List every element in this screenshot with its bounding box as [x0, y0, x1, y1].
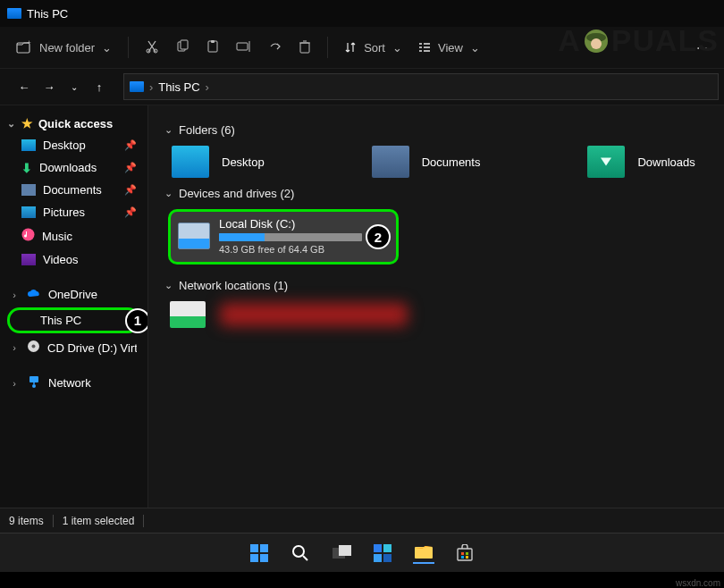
recent-chevron-icon[interactable]: ⌄ [64, 82, 84, 92]
svg-rect-25 [374, 544, 382, 552]
svg-rect-33 [461, 556, 464, 559]
disc-icon [27, 340, 40, 356]
status-selected-count: 1 item selected [63, 515, 135, 527]
sidebar-item-label: CD Drive (D:) Virtual [47, 341, 137, 355]
svg-rect-26 [383, 544, 391, 552]
svg-rect-18 [250, 544, 258, 552]
folder-label: Downloads [637, 155, 695, 169]
pin-icon: 📌 [124, 139, 137, 151]
sidebar-item-network[interactable]: › Network [4, 371, 144, 395]
pin-icon: 📌 [124, 206, 137, 218]
sidebar-item-this-pc[interactable]: This PC 1 [7, 307, 140, 333]
breadcrumb-root[interactable]: This PC [158, 80, 199, 94]
section-folders[interactable]: ⌄ Folders (6) [163, 123, 710, 137]
status-separator [53, 515, 54, 527]
chevron-right-icon: › [9, 342, 20, 353]
sidebar-item-label: OneDrive [48, 288, 97, 301]
svg-rect-19 [260, 544, 268, 552]
sidebar-item-label: Documents [43, 183, 102, 197]
start-button[interactable] [248, 542, 270, 564]
address-bar[interactable]: › This PC › [123, 73, 719, 100]
microsoft-store-icon[interactable] [454, 542, 476, 564]
back-button[interactable]: ← [14, 80, 34, 94]
cloud-icon [27, 288, 41, 301]
taskbar[interactable] [0, 533, 724, 572]
paste-icon[interactable] [206, 39, 220, 56]
folder-desktop[interactable]: Desktop [172, 146, 265, 178]
downloads-folder-icon [587, 146, 625, 178]
file-explorer-icon[interactable] [413, 542, 434, 564]
section-label: Devices and drives (2) [179, 187, 294, 200]
annotation-badge-1: 1 [125, 308, 148, 333]
this-pc-icon [19, 315, 33, 326]
sidebar-item-label: Pictures [43, 206, 85, 219]
chevron-down-icon: ⌄ [470, 41, 480, 55]
svg-rect-28 [383, 554, 391, 562]
new-folder-button[interactable]: + New folder ⌄ [16, 40, 112, 55]
sidebar-item-pictures[interactable]: Pictures 📌 [4, 201, 144, 223]
sidebar-item-downloads[interactable]: ⬇ Downloads 📌 [4, 156, 144, 179]
view-button[interactable]: View ⌄ [418, 41, 480, 55]
network-location-item[interactable] [170, 301, 710, 328]
new-folder-icon: + [16, 40, 32, 55]
sidebar-item-music[interactable]: Music [4, 223, 144, 248]
svg-point-22 [293, 546, 304, 557]
quick-access-header[interactable]: ⌄ ★ Quick access [4, 113, 144, 134]
svg-rect-32 [466, 552, 468, 555]
chevron-down-icon: ⌄ [392, 41, 402, 55]
desktop-icon [21, 139, 36, 151]
copy-icon[interactable] [175, 39, 189, 56]
section-drives[interactable]: ⌄ Devices and drives (2) [163, 187, 710, 200]
redacted-label [220, 303, 408, 326]
rename-icon[interactable] [236, 39, 252, 56]
sidebar-item-videos[interactable]: Videos [4, 248, 144, 271]
widgets-icon[interactable] [372, 542, 393, 564]
toolbar-separator [128, 37, 129, 58]
folder-label: Documents [422, 155, 481, 169]
sidebar-item-onedrive[interactable]: › OneDrive [4, 283, 144, 306]
delete-icon[interactable] [299, 39, 311, 56]
svg-point-15 [32, 345, 36, 349]
svg-rect-27 [374, 554, 382, 562]
sort-button[interactable]: Sort ⌄ [344, 41, 402, 55]
share-icon[interactable] [268, 39, 282, 56]
sidebar-item-label: This PC [40, 314, 81, 327]
cut-icon[interactable] [145, 39, 159, 56]
folder-documents[interactable]: Documents [372, 146, 481, 178]
status-bar: 9 items 1 item selected [0, 508, 724, 533]
folder-downloads[interactable]: Downloads [587, 146, 695, 178]
chevron-right-icon: › [9, 290, 20, 300]
sidebar-item-label: Network [48, 376, 91, 390]
new-folder-label: New folder [39, 41, 95, 55]
forward-button[interactable]: → [39, 80, 59, 94]
search-icon[interactable] [290, 542, 311, 564]
main-content: ⌄ Folders (6) Desktop Documents Download… [148, 105, 724, 508]
sidebar-item-desktop[interactable]: Desktop 📌 [4, 134, 144, 156]
drive-free-text: 43.9 GB free of 64.4 GB [219, 244, 387, 255]
drive-local-disk-c[interactable]: Local Disk (C:) 43.9 GB free of 64.4 GB … [168, 209, 399, 265]
svg-rect-31 [461, 552, 464, 555]
documents-icon [21, 184, 36, 196]
this-pc-icon [7, 8, 21, 19]
section-network-locations[interactable]: ⌄ Network locations (1) [163, 279, 710, 292]
quick-access-label: Quick access [38, 117, 113, 130]
view-label: View [438, 41, 463, 55]
sidebar-item-documents[interactable]: Documents 📌 [4, 179, 144, 201]
status-separator [143, 515, 144, 527]
soldier-icon [583, 28, 610, 55]
sort-icon [344, 41, 357, 54]
svg-point-2 [591, 38, 602, 49]
drive-icon [178, 223, 210, 249]
navigation-bar: ← → ⌄ ↑ › This PC › [0, 68, 724, 105]
chevron-down-icon: ⌄ [102, 41, 112, 55]
svg-rect-34 [466, 556, 468, 559]
chevron-down-icon: ⌄ [163, 124, 173, 136]
sidebar-item-cd-drive[interactable]: › CD Drive (D:) Virtual [4, 335, 144, 360]
task-view-icon[interactable] [331, 542, 352, 564]
svg-rect-8 [181, 40, 188, 49]
annotation-badge-2: 2 [366, 224, 391, 249]
breadcrumb-separator: › [206, 80, 209, 94]
up-button[interactable]: ↑ [89, 80, 109, 94]
documents-folder-icon [372, 146, 409, 178]
sort-label: Sort [364, 41, 385, 55]
